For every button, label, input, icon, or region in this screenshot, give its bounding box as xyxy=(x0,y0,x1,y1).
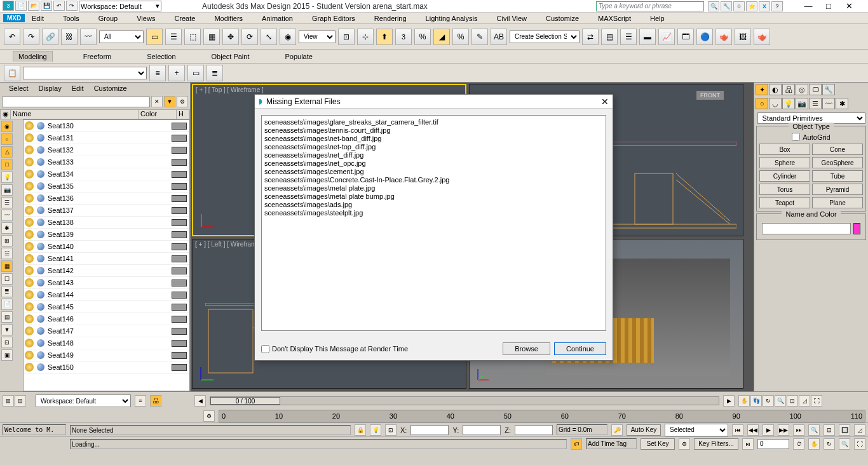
cameras-subtab[interactable]: 📷 xyxy=(796,98,808,109)
bind-tool[interactable]: 〰 xyxy=(80,29,97,45)
keyfilters-button[interactable]: Key Filters... xyxy=(694,438,738,450)
exchange-icon[interactable]: X xyxy=(759,1,770,11)
menu-maxscript[interactable]: MAXScript xyxy=(598,15,631,22)
missing-file-item[interactable]: sceneassets\images\cement.jpg xyxy=(264,168,603,176)
ribbon-tab-modeling[interactable]: Modeling xyxy=(13,51,53,62)
layer-btn4[interactable]: ≣ xyxy=(207,65,223,81)
ribbon-tab-populate[interactable]: Populate xyxy=(280,51,317,62)
layers-manager-icon[interactable]: ≡ xyxy=(135,395,146,407)
bulb-icon[interactable] xyxy=(25,145,34,154)
helpers-subtab[interactable]: ☰ xyxy=(809,98,822,109)
scene-row[interactable]: Seat144 xyxy=(24,289,189,301)
render-tool[interactable]: 🫖 xyxy=(754,29,770,45)
scene-row[interactable]: Seat130 xyxy=(24,120,189,132)
color-swatch[interactable] xyxy=(172,147,187,154)
filter-type-3[interactable]: □ xyxy=(1,159,13,170)
scene-menu-select[interactable]: Select xyxy=(9,84,29,92)
filter-type-1[interactable]: ○ xyxy=(1,133,13,145)
scene-row[interactable]: Seat141 xyxy=(24,253,189,265)
layer-btn3[interactable]: ▭ xyxy=(187,65,204,81)
missing-file-item[interactable]: sceneassets\images\metal plate.jpg xyxy=(264,184,603,192)
menu-grapheditors[interactable]: Graph Editors xyxy=(312,15,355,22)
col-h[interactable]: H xyxy=(177,110,189,119)
selection-lock-icon[interactable]: ⊡ xyxy=(385,424,397,436)
layer-toggle-icon[interactable]: 品 xyxy=(150,395,161,407)
nav5-icon[interactable]: ✋ xyxy=(808,438,820,450)
color-swatch[interactable] xyxy=(172,352,187,359)
setkey-button[interactable]: Set Key xyxy=(641,438,675,450)
layer-dropdown[interactable] xyxy=(23,67,147,79)
new-icon[interactable]: 📄 xyxy=(15,1,27,11)
filter-type-6[interactable]: ☰ xyxy=(1,197,13,208)
scene-row[interactable]: Seat134 xyxy=(24,168,189,180)
missing-file-item[interactable]: sceneassets\images\net-band_diff.jpg xyxy=(264,135,603,143)
filter-type-14[interactable]: 📄 xyxy=(1,299,13,310)
pivot-tool[interactable]: ⊡ xyxy=(338,29,355,45)
scene-row[interactable]: Seat147 xyxy=(24,325,189,337)
percent-snap[interactable]: % xyxy=(414,29,431,45)
shapes-subtab[interactable]: ◡ xyxy=(769,98,782,109)
scene-row[interactable]: Seat133 xyxy=(24,156,189,168)
nav2-icon[interactable]: ⊡ xyxy=(824,424,835,436)
maximize-button[interactable]: □ xyxy=(822,1,835,11)
keyfilter-icon[interactable]: ⚙ xyxy=(679,438,690,450)
menu-help[interactable]: Help xyxy=(650,15,665,22)
create-tab[interactable]: ✦ xyxy=(756,84,768,95)
nav6-icon[interactable]: ↻ xyxy=(824,438,835,450)
primitive-cylinder[interactable]: Cylinder xyxy=(759,170,810,182)
toggle-ribbon[interactable]: ▬ xyxy=(639,29,656,45)
undo-tool[interactable]: ↶ xyxy=(4,29,20,45)
maxscript-mini[interactable]: Welcome to M. xyxy=(3,424,66,435)
timeline-ruler[interactable]: 0102030405060708090100110 xyxy=(219,410,865,422)
scene-row[interactable]: Seat135 xyxy=(24,180,189,192)
select-name-tool[interactable]: ☰ xyxy=(165,29,182,45)
redo-tool[interactable]: ↷ xyxy=(23,29,39,45)
close-button[interactable]: ✕ xyxy=(843,1,855,11)
filter-type-5[interactable]: 📷 xyxy=(1,184,13,196)
filter-opts-icon[interactable]: ⚙ xyxy=(177,96,188,107)
systems-subtab[interactable]: ✱ xyxy=(836,98,848,109)
star-icon[interactable]: ☆ xyxy=(733,1,745,11)
ribbon-tab-selection[interactable]: Selection xyxy=(142,51,180,62)
scene-row[interactable]: Seat132 xyxy=(24,144,189,156)
bulb-icon[interactable] xyxy=(25,339,34,347)
scene-row[interactable]: Seat149 xyxy=(24,349,189,361)
color-swatch[interactable] xyxy=(172,231,187,238)
primitive-pyramid[interactable]: Pyramid xyxy=(812,184,863,195)
placement-tool[interactable]: ◉ xyxy=(280,29,296,45)
orbit-icon[interactable]: ↻ xyxy=(763,395,774,407)
filter-type-17[interactable]: ⊡ xyxy=(1,337,13,348)
scene-filter-input[interactable] xyxy=(2,97,150,107)
bulb-icon[interactable] xyxy=(25,351,34,360)
menu-rendering[interactable]: Rendering xyxy=(374,15,407,22)
timetag-icon[interactable]: 🏷 xyxy=(571,438,582,450)
timeline-config-icon[interactable]: ⚙ xyxy=(203,410,215,422)
bulb-icon[interactable] xyxy=(25,242,34,251)
primitive-torus[interactable]: Torus xyxy=(759,184,810,195)
time-slider-thumb[interactable]: 0 / 100 xyxy=(210,397,280,405)
missing-file-item[interactable]: sceneassets\images\glare_streaks_star_ca… xyxy=(264,118,603,126)
primitive-teapot[interactable]: Teapot xyxy=(759,197,810,208)
curve-editor[interactable]: 📈 xyxy=(658,29,675,45)
selection-set-dropdown[interactable]: Create Selection Se xyxy=(510,30,580,43)
scene-row[interactable]: Seat136 xyxy=(24,192,189,205)
filter-icon[interactable]: ▼ xyxy=(164,96,175,107)
viewcube[interactable]: FRONT xyxy=(696,91,724,100)
named-sets[interactable]: AB xyxy=(491,29,507,45)
missing-file-item[interactable]: sceneassets\images\net-top_diff.jpg xyxy=(264,143,603,151)
modify-tab[interactable]: ◐ xyxy=(769,84,782,95)
select-tool[interactable]: ▭ xyxy=(146,29,163,45)
mirror-tool[interactable]: ⇄ xyxy=(582,29,599,45)
next-frame-icon[interactable]: ▶ xyxy=(723,395,735,407)
move-tool[interactable]: ✥ xyxy=(222,29,239,45)
menu-tools[interactable]: Tools xyxy=(63,15,79,22)
scene-row[interactable]: Seat146 xyxy=(24,313,189,325)
time-config-icon[interactable]: ⏱ xyxy=(793,438,804,450)
material-editor[interactable]: 🔵 xyxy=(696,29,713,45)
color-swatch[interactable] xyxy=(172,159,187,166)
col-icon[interactable]: ◉ xyxy=(1,110,11,119)
time-slider[interactable]: 0 / 100 xyxy=(210,396,719,405)
manipulate-tool[interactable]: ⊹ xyxy=(357,29,374,45)
scene-row[interactable]: Seat140 xyxy=(24,241,189,253)
align-tool[interactable]: ▤ xyxy=(601,29,618,45)
